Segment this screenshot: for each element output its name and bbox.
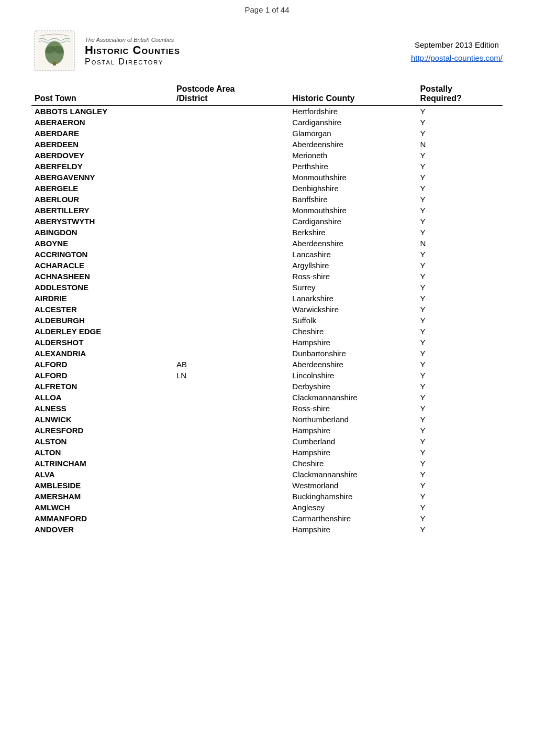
county-cell: Aberdeenshire xyxy=(289,139,417,150)
county-cell: Ross-shire xyxy=(289,403,417,414)
postally-cell: Y xyxy=(417,425,503,436)
postally-cell: Y xyxy=(417,282,503,293)
postcode-cell xyxy=(173,150,289,161)
table-row: ALVAClackmannanshireY xyxy=(31,469,503,480)
postcode-cell xyxy=(173,282,289,293)
postally-cell: Y xyxy=(417,381,503,392)
county-cell: Cheshire xyxy=(289,458,417,469)
post-town-cell: ABINGDON xyxy=(31,227,173,238)
postcode-cell xyxy=(173,216,289,227)
county-cell: Glamorgan xyxy=(289,128,417,139)
logo-title-postal: Postal Directory xyxy=(85,57,180,67)
postcode-cell xyxy=(173,436,289,447)
table-row: ABERDAREGlamorganY xyxy=(31,128,503,139)
county-cell: Northumberland xyxy=(289,414,417,425)
post-town-cell: ALCESTER xyxy=(31,304,173,315)
post-town-cell: ALRESFORD xyxy=(31,425,173,436)
county-cell: Aberdeenshire xyxy=(289,359,417,370)
postally-cell: Y xyxy=(417,172,503,183)
county-cell: Lanarkshire xyxy=(289,293,417,304)
postcode-cell xyxy=(173,502,289,513)
county-cell: Clackmannanshire xyxy=(289,469,417,480)
postally-cell: N xyxy=(417,139,503,150)
postcode-cell xyxy=(173,524,289,535)
postcode-cell xyxy=(173,249,289,260)
county-cell: Merioneth xyxy=(289,150,417,161)
postally-cell: Y xyxy=(417,348,503,359)
logo-text-block: The Association of British Counties Hist… xyxy=(85,36,180,67)
logo-title-historic: Historic Counties xyxy=(85,43,180,57)
postcode-cell xyxy=(173,271,289,282)
county-cell: Aberdeenshire xyxy=(289,238,417,249)
county-cell: Surrey xyxy=(289,282,417,293)
table-row: ALFORDLNLincolnshireY xyxy=(31,370,503,381)
postally-cell: Y xyxy=(417,414,503,425)
table-row: ALCESTERWarwickshireY xyxy=(31,304,503,315)
postally-cell: Y xyxy=(417,293,503,304)
table-row: ALDERSHOTHampshireY xyxy=(31,337,503,348)
col-header-post-town: Post Town xyxy=(31,80,173,106)
county-cell: Lancashire xyxy=(289,249,417,260)
post-town-cell: AIRDRIE xyxy=(31,293,173,304)
table-row: ALSTONCumberlandY xyxy=(31,436,503,447)
col-header-postally: PostallyRequired? xyxy=(417,80,503,106)
postcode-cell xyxy=(173,425,289,436)
county-cell: Warwickshire xyxy=(289,304,417,315)
table-row: ABINGDONBerkshireY xyxy=(31,227,503,238)
county-cell: Lincolnshire xyxy=(289,370,417,381)
edition-url[interactable]: http://postal-counties.com/ xyxy=(411,51,503,65)
table-row: ABERGAVENNYMonmouthshireY xyxy=(31,172,503,183)
county-cell: Monmouthshire xyxy=(289,172,417,183)
postally-cell: Y xyxy=(417,458,503,469)
table-row: ACHARACLEArgyllshireY xyxy=(31,260,503,271)
post-town-cell: ALFRETON xyxy=(31,381,173,392)
table-row: AMERSHAMBuckinghamshireY xyxy=(31,491,503,502)
table-row: ABERAERONCardiganshireY xyxy=(31,117,503,128)
table-row: ALRESFORDHampshireY xyxy=(31,425,503,436)
table-row: AMBLESIDEWestmorlandY xyxy=(31,480,503,491)
postcode-cell xyxy=(173,238,289,249)
postally-cell: Y xyxy=(417,436,503,447)
postally-cell: Y xyxy=(417,150,503,161)
postcode-cell xyxy=(173,403,289,414)
post-town-cell: ABERFELDY xyxy=(31,161,173,172)
table-row: ABOYNEAberdeenshireN xyxy=(31,238,503,249)
postally-cell: Y xyxy=(417,403,503,414)
post-town-cell: ALNESS xyxy=(31,403,173,414)
postcode-cell xyxy=(173,326,289,337)
post-town-cell: ACCRINGTON xyxy=(31,249,173,260)
county-cell: Derbyshire xyxy=(289,381,417,392)
post-town-cell: ABERGELE xyxy=(31,183,173,194)
post-town-cell: ABERLOUR xyxy=(31,194,173,205)
post-town-cell: ALVA xyxy=(31,469,173,480)
postally-cell: Y xyxy=(417,315,503,326)
post-town-cell: AMBLESIDE xyxy=(31,480,173,491)
post-town-cell: ALEXANDRIA xyxy=(31,348,173,359)
table-row: ALNESSRoss-shireY xyxy=(31,403,503,414)
post-town-cell: ADDLESTONE xyxy=(31,282,173,293)
postcode-cell xyxy=(173,392,289,403)
post-town-cell: ALSTON xyxy=(31,436,173,447)
postally-cell: Y xyxy=(417,194,503,205)
postcode-cell xyxy=(173,315,289,326)
county-cell: Cardiganshire xyxy=(289,216,417,227)
table-row: ACHNASHEENRoss-shireY xyxy=(31,271,503,282)
table-row: ALFORDABAberdeenshireY xyxy=(31,359,503,370)
postally-cell: Y xyxy=(417,326,503,337)
table-row: ADDLESTONESurreyY xyxy=(31,282,503,293)
table-row: ALTRINCHAMCheshireY xyxy=(31,458,503,469)
table-row: ALDERLEY EDGECheshireY xyxy=(31,326,503,337)
post-town-cell: AMLWCH xyxy=(31,502,173,513)
postally-cell: Y xyxy=(417,337,503,348)
postcode-cell xyxy=(173,304,289,315)
table-row: ABERTILLERYMonmouthshireY xyxy=(31,205,503,216)
postcode-cell xyxy=(173,414,289,425)
postally-cell: Y xyxy=(417,304,503,315)
col-header-postcode: Postcode Area/District xyxy=(173,80,289,106)
postcode-cell xyxy=(173,480,289,491)
edition-link[interactable]: http://postal-counties.com/ xyxy=(411,53,503,62)
county-cell: Hampshire xyxy=(289,425,417,436)
table-row: ACCRINGTONLancashireY xyxy=(31,249,503,260)
table-row: ABERDOVEYMerionethY xyxy=(31,150,503,161)
post-town-cell: ALFORD xyxy=(31,370,173,381)
